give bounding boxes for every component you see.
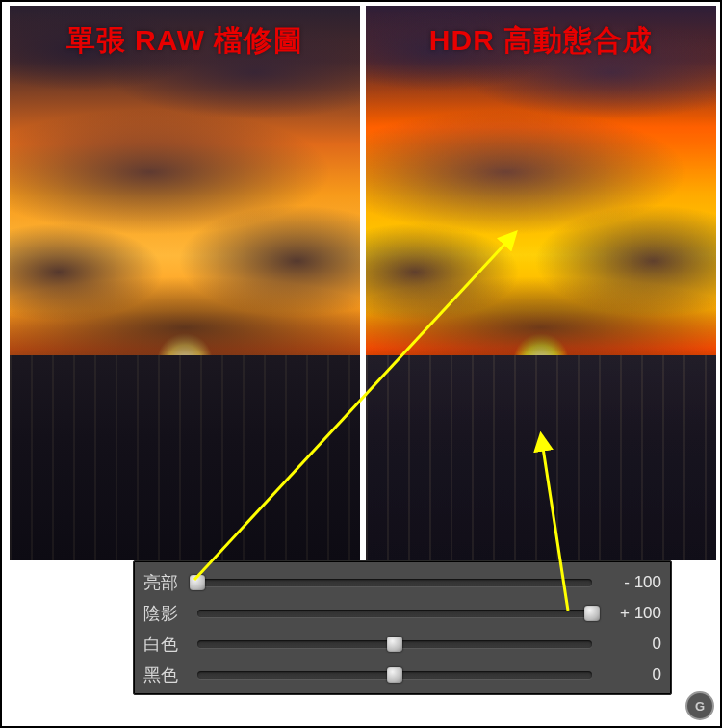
slider-value-whites[interactable]: 0: [600, 635, 661, 654]
slider-knob-whites[interactable]: [387, 637, 402, 652]
slider-label-highlights: 亮部: [143, 571, 190, 594]
slider-value-highlights[interactable]: - 100: [600, 573, 661, 592]
slider-track-blacks[interactable]: [197, 668, 592, 682]
slider-row-blacks: 黑色 0: [143, 662, 661, 689]
caption-left: 單張 RAW 檔修圖: [10, 21, 360, 61]
slider-value-blacks[interactable]: 0: [600, 665, 661, 685]
slider-label-blacks: 黑色: [143, 663, 190, 687]
image-compare: 單張 RAW 檔修圖 HDR 高動態合成: [10, 6, 716, 560]
watermark-badge: G: [685, 691, 714, 720]
slider-value-shadows[interactable]: + 100: [600, 604, 661, 623]
slider-row-highlights: 亮部 - 100: [143, 569, 661, 596]
slider-row-shadows: 陰影 + 100: [143, 600, 661, 627]
tone-sliders-panel: 亮部 - 100 陰影 + 100 白色 0 黑色: [133, 560, 672, 695]
slider-label-whites: 白色: [143, 633, 190, 656]
city-silhouette: [366, 355, 716, 560]
slider-rail: [197, 579, 592, 586]
slider-row-whites: 白色 0: [143, 631, 661, 658]
comparison-frame: 單張 RAW 檔修圖 HDR 高動態合成 亮部 - 100 陰影 + 100: [0, 0, 722, 728]
slider-track-whites[interactable]: [197, 637, 592, 651]
slider-track-highlights[interactable]: [197, 576, 592, 589]
watermark-label: G: [695, 699, 705, 714]
slider-knob-shadows[interactable]: [584, 606, 600, 621]
slider-knob-blacks[interactable]: [387, 667, 402, 683]
slider-track-shadows[interactable]: [197, 607, 592, 620]
slider-label-shadows: 陰影: [143, 602, 190, 625]
slider-rail: [197, 610, 592, 617]
slider-knob-highlights[interactable]: [190, 575, 205, 590]
photo-right-hdr: HDR 高動態合成: [366, 6, 716, 560]
city-silhouette: [10, 355, 360, 560]
caption-right: HDR 高動態合成: [366, 21, 716, 61]
photo-left-raw: 單張 RAW 檔修圖: [10, 6, 360, 560]
